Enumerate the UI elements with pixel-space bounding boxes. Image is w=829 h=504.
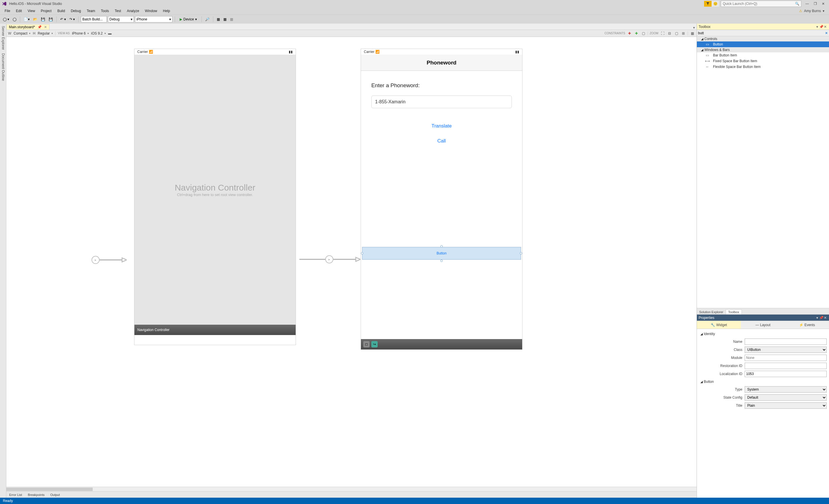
tab-solution-explorer[interactable]: Solution Explorer	[697, 310, 726, 314]
prop-type-select[interactable]: System	[745, 386, 827, 393]
panel-dropdown-icon[interactable]: ▾	[815, 25, 819, 29]
feedback-smile-icon[interactable]: 🙂	[712, 1, 719, 7]
document-tab-storyboard[interactable]: Main.storyboard* 📌 ✕	[6, 24, 49, 30]
zoom-in-icon[interactable]: ⊞	[681, 31, 686, 36]
split-view-icon[interactable]: ▦	[690, 31, 695, 36]
prop-module-input[interactable]	[745, 355, 827, 361]
prop-class-select[interactable]: UIButton	[745, 347, 827, 353]
menu-view[interactable]: View	[25, 8, 38, 14]
zoom-out-icon[interactable]: ⊟	[667, 31, 672, 36]
pin-icon[interactable]: 📌	[819, 316, 823, 320]
open-button[interactable]: 📂	[32, 17, 39, 22]
toolbox-group-windows-bars[interactable]: ◢ Windows & Bars	[697, 47, 829, 52]
call-button[interactable]: Call	[371, 138, 512, 144]
prop-name-input[interactable]	[745, 338, 827, 345]
toolbox-item-button[interactable]: ▭Button	[697, 41, 829, 47]
phoneword-textfield[interactable]: 1-855-Xamarin	[371, 96, 512, 108]
navigation-controller-scene[interactable]: Carrier 📶 ▮▮ Navigation Controller Ctrl+…	[134, 49, 296, 345]
exit-icon[interactable]: ↪	[371, 341, 377, 348]
quick-launch[interactable]: 🔍	[721, 1, 801, 7]
size-class-h-select[interactable]: Regular	[38, 31, 53, 35]
properties-tab-events[interactable]: ⚡Events	[785, 321, 829, 329]
menu-edit[interactable]: Edit	[13, 8, 25, 14]
constraint-update-icon[interactable]: ✚	[634, 31, 639, 36]
new-project-button[interactable]: 📄▾	[23, 17, 31, 22]
constraint-add-icon[interactable]: ✚	[627, 31, 632, 36]
menu-help[interactable]: Help	[160, 8, 173, 14]
menu-tools[interactable]: Tools	[98, 8, 112, 14]
menu-analyze[interactable]: Analyze	[124, 8, 142, 14]
menu-window[interactable]: Window	[142, 8, 160, 14]
phoneword-scene[interactable]: Carrier 📶 ▮▮ Phoneword Enter a Phoneword…	[361, 49, 522, 350]
prop-restoration-input[interactable]	[745, 363, 827, 369]
new-button-selected[interactable]: Button	[362, 247, 521, 260]
properties-tab-widget[interactable]: 🔧Widget	[697, 321, 741, 329]
ios-select[interactable]: iOS 9.2	[91, 31, 106, 35]
undo-button[interactable]: ↶ ▾	[59, 17, 67, 22]
toolbox-item-fixed-space[interactable]: ⟷Fixed Space Bar Button Item	[697, 58, 829, 64]
orientation-icon[interactable]: ▬	[108, 31, 112, 35]
maximize-button[interactable]: ❐	[811, 1, 819, 7]
clear-search-icon[interactable]: ✕	[825, 31, 828, 35]
toolbar-icon-1[interactable]: ▦	[216, 17, 221, 22]
tab-output[interactable]: Output	[47, 493, 63, 497]
resize-handle[interactable]	[520, 252, 522, 254]
canvas-scrollbar[interactable]	[6, 487, 696, 491]
nav-fwd-button[interactable]: ◯	[11, 17, 17, 22]
toolbar-icon-3[interactable]: ▦	[229, 17, 234, 22]
platform-select[interactable]: iPhone▾	[135, 16, 172, 23]
prop-title-select[interactable]: Plain	[745, 402, 827, 409]
close-tab-icon[interactable]: ✕	[44, 25, 47, 29]
prop-localization-input[interactable]	[745, 371, 827, 377]
notification-filter-icon[interactable]	[704, 1, 712, 7]
batch-build-button[interactable]: Batch Build...	[81, 16, 107, 23]
entry-segue[interactable]: ▸	[92, 256, 127, 264]
tab-overflow-icon[interactable]: ▾	[691, 26, 696, 30]
zoom-fit-icon[interactable]: ⛶	[660, 31, 665, 36]
toolbox-item-flexible-space[interactable]: ↔Flexible Space Bar Button Item	[697, 64, 829, 70]
properties-tab-layout[interactable]: —Layout	[741, 321, 785, 329]
toolbox-search-input[interactable]	[698, 31, 825, 35]
panel-dropdown-icon[interactable]: ▾	[815, 316, 819, 320]
constraint-frame-icon[interactable]: ▢	[641, 31, 646, 36]
resize-handle[interactable]	[440, 260, 443, 262]
minimize-button[interactable]: —	[803, 1, 811, 7]
menu-team[interactable]: Team	[84, 8, 98, 14]
toolbar-icon-2[interactable]: ▦	[222, 17, 228, 22]
resize-handle[interactable]	[440, 245, 443, 248]
properties-group-identity[interactable]: ◢ Identity	[699, 330, 827, 338]
tab-breakpoints[interactable]: Breakpoints	[25, 493, 47, 497]
enter-phoneword-label[interactable]: Enter a Phoneword:	[371, 82, 512, 88]
menu-project[interactable]: Project	[38, 8, 55, 14]
user-account[interactable]: ⚠ Amy Burns ▾	[799, 9, 827, 13]
find-button[interactable]: 🔎	[204, 17, 211, 22]
properties-header[interactable]: Properties ▾ 📌 ✕	[697, 315, 829, 321]
prop-state-select[interactable]: Default	[745, 394, 827, 401]
menu-file[interactable]: File	[2, 8, 13, 14]
properties-group-button[interactable]: ◢ Button	[699, 378, 827, 386]
tab-toolbox[interactable]: Toolbox	[726, 310, 742, 314]
design-canvas[interactable]: ▸ Carrier 📶 ▮▮ Navigation Controller Ctr…	[6, 37, 696, 487]
close-button[interactable]: ✕	[819, 1, 827, 7]
nav-back-button[interactable]: ◯ ▾	[2, 17, 10, 22]
nav-controller-footer[interactable]: Navigation Controller	[135, 325, 296, 335]
toolbox-search[interactable]: ✕	[697, 30, 829, 36]
configuration-select[interactable]: Debug▾	[108, 16, 134, 23]
close-icon[interactable]: ✕	[823, 316, 827, 320]
menu-build[interactable]: Build	[55, 8, 68, 14]
sidebar-tab-server-explorer[interactable]: Server Explorer	[1, 26, 5, 50]
close-icon[interactable]: ✕	[823, 25, 827, 29]
navbar-title[interactable]: Phoneword	[361, 55, 522, 71]
redo-button[interactable]: ↷ ▾	[68, 17, 76, 22]
phoneword-scene-footer[interactable]: ◻ ↪	[361, 339, 522, 350]
root-segue[interactable]: ▸	[299, 255, 360, 263]
pin-icon[interactable]: 📌	[37, 25, 42, 29]
save-button[interactable]: 💾	[40, 17, 46, 22]
device-select[interactable]: iPhone 6	[72, 31, 89, 35]
toolbox-item-bar-button[interactable]: ▭Bar Button Item	[697, 52, 829, 58]
quick-launch-input[interactable]	[723, 2, 795, 6]
toolbox-header[interactable]: Toolbox ▾ 📌 ✕	[697, 24, 829, 30]
size-class-w-select[interactable]: Compact	[13, 31, 31, 35]
toolbox-group-controls[interactable]: ◢ Controls	[697, 36, 829, 41]
resize-handle[interactable]	[361, 252, 363, 254]
